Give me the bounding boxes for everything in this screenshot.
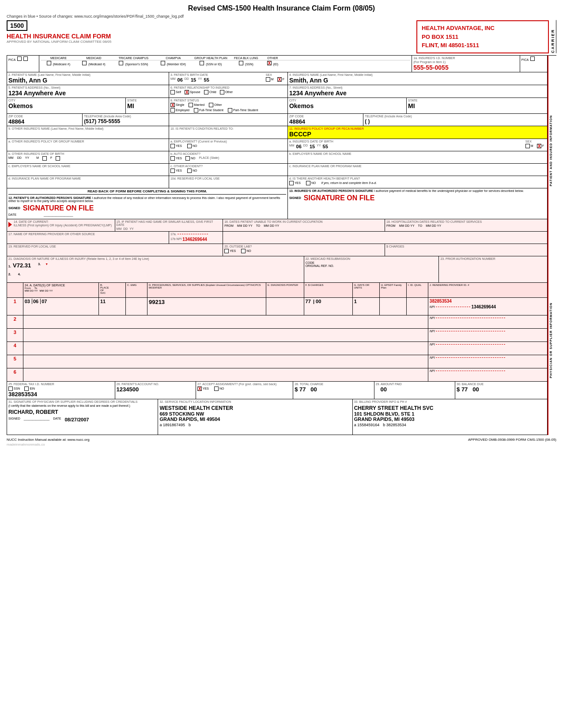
self-checkbox[interactable] <box>170 90 175 94</box>
carrier-box: HEALTH ADVANTAGE, INC PO BOX 1511 FLINT,… <box>416 20 549 53</box>
feca-label: FECA BLK LUNG <box>230 56 261 60</box>
insured-id-value: 555-55-0055 <box>413 64 518 71</box>
insurance-types-row: MEDICARE MEDICAID TRICARE CHAMPUS CHAMPV… <box>39 56 412 72</box>
part-time-checkbox[interactable] <box>228 108 232 113</box>
group-checkbox[interactable] <box>200 61 204 65</box>
feca-checkbox[interactable] <box>239 61 243 65</box>
referring-a-cell: 17a. 17b NPI 1346269644 <box>169 232 223 244</box>
accept-no-checkbox[interactable] <box>214 387 219 391</box>
sr1-days: 1 <box>353 298 380 315</box>
champva-checkbox[interactable] <box>161 61 165 65</box>
sr4-rendering: NPI <box>428 342 547 355</box>
sh-charges: F. $ CHARGES <box>304 283 353 297</box>
outside-charges-cell: $ CHARGES <box>385 244 547 256</box>
outside-no-checkbox[interactable] <box>241 249 246 253</box>
medicare-label: MEDICARE <box>41 56 76 60</box>
sr1-cpt: 99213 <box>147 298 266 315</box>
form-title: HEALTH INSURANCE CLAIM FORM <box>7 33 111 40</box>
accept-yes-checkbox[interactable] <box>197 387 202 391</box>
sr3-rendering: NPI <box>428 329 547 341</box>
tricare-checkbox[interactable] <box>119 61 123 65</box>
physician-sig-cell: 31. SIGNATURE OF PHYSICIAN OR SUPPLIER I… <box>7 399 158 435</box>
other-acc-no-checkbox[interactable] <box>187 169 192 173</box>
employment-no-checkbox[interactable] <box>187 144 192 148</box>
another-no-checkbox[interactable] <box>306 181 310 185</box>
referring-cell: 17. NAME OF REFERRING PROVIDER OR OTHER … <box>7 232 169 244</box>
other-checkbox[interactable] <box>267 61 272 65</box>
reserved-row: 19. RESERVED FOR LOCAL USE 20. OUTSIDE L… <box>7 244 547 256</box>
full-time-checkbox[interactable] <box>194 108 198 113</box>
medicare-checkbox[interactable] <box>47 61 51 65</box>
sr1-num: 1 <box>7 298 23 315</box>
medicaid-cell: 22. MEDICAID RESUBMISSION CODE ORIGINAL … <box>304 256 439 282</box>
employed-checkbox[interactable] <box>170 108 175 113</box>
insured-dob-cell: a. INSURED'S DATE OF BIRTH MM 06 DD 15 Y… <box>288 139 547 151</box>
sh-num <box>7 283 23 297</box>
insured-employer-cell: b. EMPLOYER'S NAME OR SCHOOL NAME <box>288 151 547 163</box>
form-number: 1500 <box>7 20 27 31</box>
other-rel-checkbox[interactable] <box>220 90 224 94</box>
sr1-diagnosis <box>266 298 304 315</box>
patient-phone-cell: TELEPHONE (Include Area Code) (517) 755-… <box>83 114 169 126</box>
sr1-emg <box>126 298 147 315</box>
balance-cell: 30. BALANCE DUE $ 77 00 <box>455 382 547 399</box>
billing-provider-cell: 33. BILLING PROVIDER INFO & PH # CHERRY … <box>353 399 547 435</box>
patient-zip-cell: ZIP CODE 48864 <box>7 114 83 126</box>
ein-checkbox[interactable] <box>24 387 29 391</box>
sr1-epsdt <box>380 298 407 315</box>
total-charge-cell: 28. TOTAL CHARGE $ 77 00 <box>293 382 374 399</box>
other-status-checkbox[interactable] <box>209 103 213 107</box>
sr5-rendering: NPI <box>428 355 547 368</box>
sh-dates: 24. A. DATE(S) OF SERVICE From To MM DD … <box>23 283 99 297</box>
account-cell: 26. PATIENT'S ACCOUNT NO. 1234500 <box>115 382 196 399</box>
service-header-row: 24. A. DATE(S) OF SERVICE From To MM DD … <box>7 283 547 298</box>
service-row-5: 5 NPI <box>7 355 547 368</box>
relationship-cell: 6. PATIENT RELATIONSHIP TO INSURED Self … <box>169 85 288 98</box>
child-checkbox[interactable] <box>204 90 208 94</box>
employment-yes-checkbox[interactable] <box>170 144 175 148</box>
insured-sig-value: SIGNATURE ON FILE <box>304 194 375 202</box>
carrier-addr1: PO BOX 1511 <box>422 33 544 41</box>
sr3-content <box>23 329 428 341</box>
insured-sig-cell: 13. INSURED'S OR AUTHORIZED PERSON'S SIG… <box>288 188 547 219</box>
outside-lab-cell: 20. OUTSIDE LAB? YES NO <box>223 244 385 256</box>
single-checkbox[interactable] <box>170 103 175 107</box>
auto-no-checkbox[interactable] <box>185 156 190 161</box>
patient-address-cell: 5. PATIENT'S ADDRESS (No., Street) 1234 … <box>7 85 169 98</box>
physician-supplier-label: PHYSICIAN OR SUPPLIER INFORMATION <box>548 245 556 435</box>
zip-row: ZIP CODE 48864 TELEPHONE (Include Area C… <box>7 114 547 126</box>
sr2-num: 2 <box>7 315 23 328</box>
ssn-checkbox[interactable] <box>8 387 13 391</box>
spouse-checkbox[interactable] <box>185 90 189 94</box>
other-acc-yes-checkbox[interactable] <box>170 169 175 173</box>
referring-row: 17. NAME OF REFERRING PROVIDER OR OTHER … <box>7 232 547 244</box>
sh-place: B.PLACEOFSVC <box>99 283 126 297</box>
insured-address-value: 1234 Anywhere Ave <box>289 90 546 97</box>
another-yes-checkbox[interactable] <box>289 181 294 185</box>
patient-name-cell: 2. PATIENT'S NAME (Last Name, First Name… <box>7 72 169 85</box>
insured-name-value: Smith, Ann G <box>289 77 546 84</box>
other-insured-row: 9. OTHER INSURED'S NAME (Last Name, Firs… <box>7 126 547 139</box>
sh-days: G. DAYS OR UNITS <box>353 283 380 297</box>
facility-cell: 32. SERVICE FACILITY LOCATION INFORMATIO… <box>158 399 352 435</box>
medicaid-checkbox[interactable] <box>82 61 87 65</box>
sr5-num: 5 <box>7 355 23 368</box>
another-plan-cell: d. IS THERE ANOTHER HEALTH BENEFIT PLAN?… <box>288 176 547 188</box>
carrier-label: CARRIER <box>551 20 556 53</box>
married-checkbox[interactable] <box>189 103 193 107</box>
auto-yes-checkbox[interactable] <box>170 156 175 161</box>
sex-f-checkbox[interactable] <box>277 77 282 82</box>
insured-sex-m-checkbox[interactable] <box>525 144 530 148</box>
sr3-num: 3 <box>7 329 23 341</box>
header-row: 1500 HEALTH INSURANCE CLAIM FORM APPROVE… <box>7 20 556 53</box>
sex-m-checkbox[interactable] <box>266 77 270 82</box>
sr6-num: 6 <box>7 368 23 381</box>
sr6-rendering: NPI <box>428 368 547 381</box>
insured-sex-f-checkbox[interactable] <box>537 144 541 148</box>
outside-yes-checkbox[interactable] <box>224 249 229 253</box>
nucc-text: NUCC Instruction Manual available at: ww… <box>7 438 90 442</box>
employment-cell: a. EMPLOYMENT? (Current or Previous) YES… <box>169 139 288 151</box>
insurance-plan-row: d. INSURANCE PLAN NAME OR PROGRAM NAME 1… <box>7 176 547 188</box>
other-label: OTHER <box>261 56 283 60</box>
other-employer-cell: c. EMPLOYER'S NAME OR SCHOOL NAME <box>7 164 169 176</box>
